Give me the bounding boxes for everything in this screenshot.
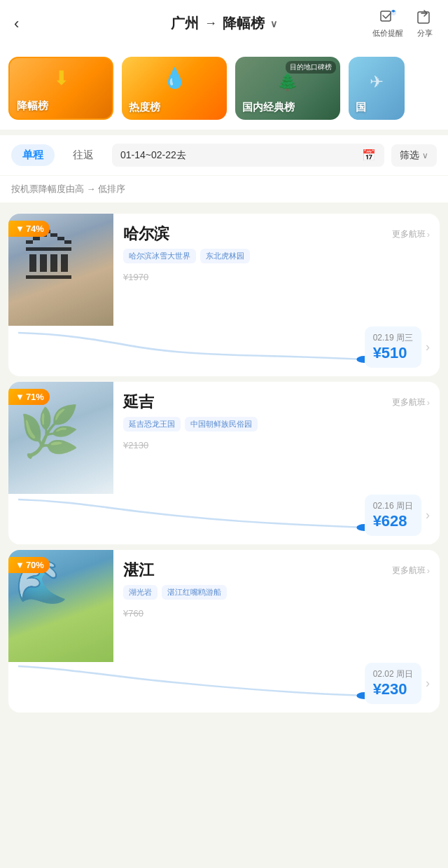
price-val-zhanjiang: ¥230	[373, 680, 407, 698]
orig-price-harbin: ¥1970	[123, 272, 430, 282]
dest-image-harbin: ▼ 74%	[8, 214, 113, 326]
jiangfu-icon: ⬇	[53, 67, 69, 90]
date-range-selector[interactable]: 01-14~02-22去 📅	[112, 144, 384, 167]
extra-label: 国	[356, 101, 366, 114]
share-label: 分享	[417, 28, 433, 39]
tag-zhanjiang-0: 湖光岩	[123, 585, 158, 600]
price-val-harbin: ¥510	[373, 344, 407, 362]
dest-top-zhanjiang: ▼ 70% 湛江 更多航班 › 湖光岩 湛江红嘴鸥游船 ¥760	[8, 550, 440, 662]
alert-icon	[379, 8, 397, 27]
dest-name-row-yanji: 延吉 更多航班 ›	[123, 392, 430, 413]
header-actions: 低价提醒 分享	[372, 8, 434, 39]
more-flights-yanji[interactable]: 更多航班 ›	[392, 397, 430, 408]
dest-card-harbin: ▼ 74% 哈尔滨 更多航班 › 哈尔滨冰雪大世界 东北虎林园 ¥197	[8, 214, 440, 376]
chart-row-zhanjiang: 02.02 周日 ¥230 ›	[8, 662, 440, 712]
share-icon	[416, 8, 434, 27]
chevron-icon-yanji: ›	[427, 397, 430, 408]
discount-badge-yanji: ▼ 71%	[8, 389, 50, 405]
orig-price-val-yanji: ¥2130	[123, 440, 148, 450]
down-arrow-icon-zhanjiang: ▼	[15, 560, 24, 570]
chart-row-yanji: 02.16 周日 ¥628 ›	[8, 494, 440, 544]
category-strip: ⬇ 降幅榜 💧 热度榜 目的地口碑榜 🌲 国内经典榜 ✈ 国	[0, 47, 448, 130]
svg-point-6	[356, 524, 364, 531]
price-box-harbin[interactable]: 02.19 周三 ¥510 ›	[365, 326, 430, 368]
dest-info-yanji: 延吉 更多航班 › 延吉恐龙王国 中国朝鲜族民俗园 ¥2130	[113, 382, 440, 494]
category-extra[interactable]: ✈ 国	[349, 57, 405, 120]
filter-button[interactable]: 筛选 ∨	[391, 144, 437, 167]
category-redu[interactable]: 💧 热度榜	[122, 57, 227, 120]
destination-arrow: →	[204, 16, 217, 31]
chevron-icon-zhanjiang: ›	[427, 565, 430, 576]
more-flights-harbin[interactable]: 更多航班 ›	[392, 228, 430, 240]
price-chevron-zhanjiang: ›	[426, 676, 430, 691]
tag-harbin-1: 东北虎林园	[200, 249, 250, 263]
orig-price-val-harbin: ¥1970	[123, 272, 148, 282]
category-guonei[interactable]: 目的地口碑榜 🌲 国内经典榜	[235, 57, 340, 120]
header-title: 广州 → 降幅榜 ∨	[171, 14, 277, 33]
dest-top-yanji: ▼ 71% 延吉 更多航班 › 延吉恐龙王国 中国朝鲜族民俗园 ¥213	[8, 382, 440, 494]
dest-name-row-harbin: 哈尔滨 更多航班 ›	[123, 223, 430, 244]
list-type: 降幅榜	[223, 14, 265, 33]
extra-icon: ✈	[370, 72, 384, 92]
dest-name-yanji: 延吉	[123, 392, 154, 413]
orig-price-val-zhanjiang: ¥760	[123, 608, 144, 619]
share-action[interactable]: 分享	[416, 8, 434, 39]
redu-icon: 💧	[162, 67, 187, 90]
dest-card-zhanjiang: ▼ 70% 湛江 更多航班 › 湖光岩 湛江红嘴鸥游船 ¥760	[8, 550, 440, 712]
discount-value-harbin: 74%	[26, 223, 44, 234]
dest-card-yanji: ▼ 71% 延吉 更多航班 › 延吉恐龙王国 中国朝鲜族民俗园 ¥213	[8, 382, 440, 544]
header: ‹ 广州 → 降幅榜 ∨ 低价提醒 分享	[0, 0, 448, 47]
price-box-inner-yanji: 02.16 周日 ¥628	[365, 495, 421, 536]
price-box-zhanjiang[interactable]: 02.02 周日 ¥230 ›	[365, 662, 430, 704]
discount-badge-harbin: ▼ 74%	[8, 221, 50, 237]
filter-label: 筛选	[400, 149, 419, 162]
category-jiangfu[interactable]: ⬇ 降幅榜	[8, 57, 113, 120]
alert-label: 低价提醒	[372, 28, 403, 39]
filter-chevron-icon: ∨	[422, 151, 428, 160]
tag-yanji-0: 延吉恐龙王国	[123, 417, 181, 432]
price-date-yanji: 02.16 周日	[373, 500, 413, 512]
tag-zhanjiang-1: 湛江红嘴鸥游船	[162, 585, 227, 600]
sort-hint: 按机票降幅度由高 → 低排序	[0, 176, 448, 202]
alert-action[interactable]: 低价提醒	[372, 8, 403, 39]
filter-bar: 单程 往返 01-14~02-22去 📅 筛选 ∨	[0, 135, 448, 175]
svg-point-5	[356, 356, 364, 363]
dest-name-zhanjiang: 湛江	[123, 560, 154, 581]
orig-price-yanji: ¥2130	[123, 440, 430, 450]
dest-image-zhanjiang: ▼ 70%	[8, 550, 113, 662]
price-box-yanji[interactable]: 02.16 周日 ¥628 ›	[365, 494, 430, 536]
more-flights-zhanjiang[interactable]: 更多航班 ›	[392, 565, 430, 577]
discount-value-zhanjiang: 70%	[26, 560, 44, 570]
dest-image-yanji: ▼ 71%	[8, 382, 113, 494]
dest-info-harbin: 哈尔滨 更多航班 › 哈尔滨冰雪大世界 东北虎林园 ¥1970	[113, 214, 440, 326]
price-box-inner-harbin: 02.19 周三 ¥510	[365, 326, 421, 368]
discount-value-yanji: 71%	[26, 392, 44, 402]
guonei-icon: 🌲	[277, 72, 298, 92]
tag-harbin-0: 哈尔滨冰雪大世界	[123, 249, 196, 263]
tag-yanji-1: 中国朝鲜族民俗园	[185, 417, 258, 432]
redu-label: 热度榜	[129, 101, 160, 114]
price-chevron-yanji: ›	[426, 508, 430, 523]
chevron-icon: ›	[427, 229, 430, 240]
dest-name-row-zhanjiang: 湛江 更多航班 ›	[123, 560, 430, 581]
back-button[interactable]: ‹	[14, 15, 42, 33]
price-date-harbin: 02.19 周三	[373, 332, 413, 344]
dropdown-icon[interactable]: ∨	[270, 18, 277, 29]
tab-roundtrip[interactable]: 往返	[62, 144, 105, 166]
tab-oneway[interactable]: 单程	[11, 144, 55, 166]
origin-city: 广州	[171, 14, 199, 33]
down-arrow-icon: ▼	[15, 223, 24, 234]
price-chart-yanji	[18, 494, 365, 536]
chart-row-harbin: 02.19 周三 ¥510 ›	[8, 326, 440, 376]
price-chart-harbin	[18, 326, 365, 368]
orig-price-zhanjiang: ¥760	[123, 608, 430, 619]
svg-rect-0	[381, 11, 391, 21]
discount-badge-zhanjiang: ▼ 70%	[8, 557, 50, 573]
down-arrow-icon-yanji: ▼	[15, 392, 24, 402]
svg-point-7	[356, 692, 364, 699]
dest-top-harbin: ▼ 74% 哈尔滨 更多航班 › 哈尔滨冰雪大世界 东北虎林园 ¥197	[8, 214, 440, 326]
dest-tags-zhanjiang: 湖光岩 湛江红嘴鸥游船	[123, 585, 430, 600]
price-date-zhanjiang: 02.02 周日	[373, 668, 413, 680]
dest-info-zhanjiang: 湛江 更多航班 › 湖光岩 湛江红嘴鸥游船 ¥760	[113, 550, 440, 662]
date-range-text: 01-14~02-22去	[120, 149, 186, 162]
